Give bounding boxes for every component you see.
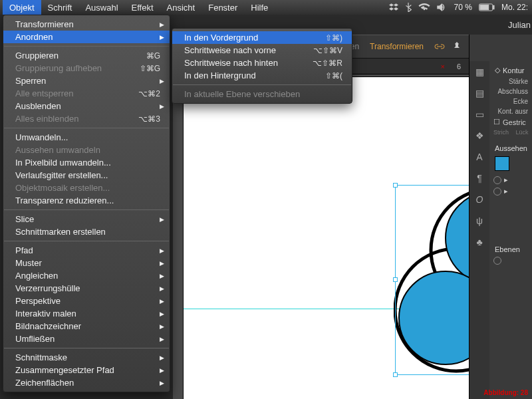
stroke-align-label: Kont. ausr: [493, 106, 529, 116]
mac-menubar: Objekt Schrift Auswahl Effekt Ansicht Fe…: [0, 0, 532, 15]
club-icon[interactable]: ♣: [473, 235, 486, 249]
visibility-toggle-icon[interactable]: [493, 188, 501, 196]
menu-item-label: Schnittmarken erstellen: [15, 227, 160, 237]
doc-x-icon[interactable]: ×: [440, 63, 444, 70]
objekt-menu-item[interactable]: Schnittmarken erstellen: [3, 225, 170, 238]
stroke-weight-label: Stärke: [493, 76, 529, 86]
figure-caption: Abbildung: 28: [483, 389, 528, 396]
objekt-menu-item[interactable]: Zeichenflächen: [3, 376, 170, 389]
pushpin-icon[interactable]: [452, 41, 462, 52]
menu-item-label: Verzerrungshülle: [15, 283, 160, 293]
objekt-menu-item[interactable]: Verzerrungshülle: [3, 282, 170, 295]
anordnen-submenu-item[interactable]: Schrittweise nach vorne⌥⇧⌘V: [172, 44, 352, 57]
symbols-icon[interactable]: ❖: [473, 129, 486, 142]
menu-ansicht[interactable]: Ansicht: [160, 0, 202, 15]
dashed-checkbox-row[interactable]: ☐Gestric: [493, 116, 529, 128]
objekt-menu-item: Alle entsperren⌥⌘2: [3, 87, 170, 100]
objekt-menu-item[interactable]: Zusammengesetzter Pfad: [3, 364, 170, 376]
menu-item-label: Zeichenflächen: [15, 378, 160, 388]
objekt-menu-item[interactable]: Verlaufsgitter erstellen...: [3, 169, 170, 182]
menu-item-label: In aktuelle Ebene verschieben: [184, 89, 342, 99]
menu-auswahl[interactable]: Auswahl: [78, 0, 124, 15]
menu-item-label: Ausblenden: [15, 101, 160, 111]
objekt-menu-item[interactable]: Muster: [3, 257, 170, 269]
objekt-menu-item[interactable]: Umwandeln...: [3, 131, 170, 144]
menu-objekt[interactable]: Objekt: [3, 0, 41, 15]
ebenen-panel-header[interactable]: Ebenen: [493, 243, 529, 255]
anordnen-submenu-item[interactable]: Schrittweise nach hinten⌥⇧⌘R: [172, 57, 352, 69]
anordnen-submenu-item: In aktuelle Ebene verschieben: [172, 88, 352, 100]
play-icon[interactable]: ▸: [504, 187, 508, 196]
objekt-menu-item[interactable]: Slice: [3, 213, 170, 225]
canvas-area[interactable]: [173, 74, 469, 399]
battery-percent: 70 %: [454, 3, 472, 12]
menu-item-label: In Pixelbild umwandeln...: [15, 158, 160, 168]
anordnen-submenu-item[interactable]: In den Hintergrund⇧⌘(: [172, 69, 352, 82]
dash-field-label: Strich: [493, 129, 509, 136]
objekt-menu-item[interactable]: Transparenz reduzieren...: [3, 194, 170, 207]
menu-schrift[interactable]: Schrift: [41, 0, 79, 15]
menu-effekt[interactable]: Effekt: [125, 0, 160, 15]
bluetooth-icon: [405, 3, 412, 12]
type-A-icon[interactable]: A: [473, 150, 486, 164]
menu-item-label: Bildnachzeichner: [15, 321, 160, 331]
selection-handle[interactable]: [393, 277, 398, 282]
objekt-menu-item: Alles einblenden⌥⌘3: [3, 112, 170, 125]
objekt-menu-item[interactable]: Angleichen: [3, 269, 170, 282]
menu-fenster[interactable]: Fenster: [201, 0, 244, 15]
menu-item-shortcut: ⌥⌘3: [122, 114, 160, 124]
objekt-menu-item[interactable]: Perspektive: [3, 295, 170, 307]
menu-hilfe[interactable]: Hilfe: [244, 0, 275, 15]
play-icon[interactable]: ▸: [504, 176, 508, 184]
objekt-menu-item: Aussehen umwandeln: [3, 144, 170, 156]
objekt-menu-item[interactable]: Gruppieren⌘G: [3, 49, 170, 62]
brushes-icon[interactable]: ▭: [473, 108, 486, 121]
menu-item-label: In den Vordergrund: [184, 33, 309, 43]
menu-item-label: Alles einblenden: [15, 114, 122, 124]
opentype-O-icon[interactable]: O: [473, 193, 486, 206]
swatches-icon[interactable]: ▤: [473, 86, 486, 100]
aussehen-panel-header[interactable]: Aussehen: [493, 142, 529, 154]
objekt-menu-item[interactable]: In Pixelbild umwandeln...: [3, 156, 170, 169]
objekt-menu-item[interactable]: Umfließen: [3, 332, 170, 345]
paragraph-icon[interactable]: ¶: [473, 172, 486, 185]
panel-stack: ◇Kontur Stärke Abschluss Ecke Kont. ausr…: [491, 61, 532, 399]
objekt-menu-item[interactable]: Sperren: [3, 74, 170, 87]
right-panels: ▦ ▤ ▭ ❖ A ¶ O ψ ♣ ◇Kontur Stärke Abschlu…: [469, 35, 532, 399]
objekt-menu-item[interactable]: Ausblenden: [3, 100, 170, 112]
visibility-toggle-icon[interactable]: [493, 257, 501, 265]
menu-item-shortcut: ⇧⌘(: [309, 71, 342, 80]
objekt-menu-item[interactable]: Schnittmaske: [3, 351, 170, 364]
visibility-toggle-icon[interactable]: [493, 176, 501, 184]
fill-swatch[interactable]: [495, 156, 509, 171]
transform-tab[interactable]: Transformieren: [366, 41, 428, 53]
menu-item-label: Transparenz reduzieren...: [15, 196, 160, 205]
trident-icon[interactable]: ψ: [473, 214, 486, 227]
objekt-menu-item[interactable]: Anordnen: [3, 31, 170, 43]
menu-item-label: Zusammengesetzter Pfad: [15, 365, 160, 375]
objekt-menu-item[interactable]: Pfad: [3, 244, 170, 257]
menu-item-label: Schrittweise nach hinten: [184, 58, 297, 68]
kontur-panel-header[interactable]: ◇Kontur: [493, 64, 529, 76]
link-icon[interactable]: [434, 41, 445, 52]
grid-icon[interactable]: ▦: [473, 65, 486, 78]
volume-icon: [437, 3, 448, 11]
menu-item-label: Gruppieren: [15, 51, 130, 61]
anordnen-submenu-item[interactable]: In den Vordergrund⇧⌘): [172, 31, 352, 44]
menu-item-label: Angleichen: [15, 271, 160, 281]
objekt-menu-item[interactable]: Transformieren: [3, 18, 170, 31]
selection-bounds[interactable]: [395, 185, 469, 375]
objekt-menu-item[interactable]: Bildnachzeichner: [3, 320, 170, 332]
svg-rect-1: [493, 5, 494, 9]
menu-item-label: Perspektive: [15, 296, 160, 306]
dropbox-icon: [389, 3, 398, 12]
artboard[interactable]: [184, 77, 469, 399]
menu-item-label: Pfad: [15, 245, 160, 255]
selection-handle[interactable]: [393, 372, 398, 377]
menu-item-label: Objektmosaik erstellen...: [15, 183, 160, 193]
menu-item-shortcut: ⇧⌘): [309, 33, 342, 43]
selection-handle[interactable]: [393, 183, 398, 188]
gap-field-label: Lück: [516, 129, 529, 136]
menu-item-shortcut: ⌥⌘2: [122, 89, 160, 98]
objekt-menu-item[interactable]: Interaktiv malen: [3, 307, 170, 320]
